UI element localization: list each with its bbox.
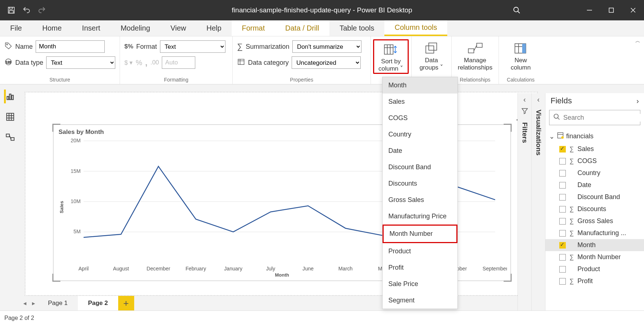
search-icon[interactable] — [506, 0, 528, 20]
sort-option-month-number[interactable]: Month Number — [383, 225, 457, 243]
sort-option-gross-sales[interactable]: Gross Sales — [383, 192, 457, 208]
tab-file[interactable]: File — [0, 20, 32, 36]
window-title: financial-sample-finished-update-query -… — [232, 6, 412, 14]
data-groups-button[interactable]: Datagroups ˅ — [416, 39, 447, 72]
sort-option-sale-price[interactable]: Sale Price — [383, 276, 457, 292]
field-date[interactable]: Date — [545, 179, 644, 191]
fields-search-input[interactable] — [563, 114, 644, 122]
tab-modeling[interactable]: Modeling — [111, 20, 160, 36]
minimize-icon[interactable] — [579, 0, 600, 20]
sort-option-discount-band[interactable]: Discount Band — [383, 159, 457, 175]
close-icon[interactable] — [622, 0, 644, 20]
report-view-button[interactable] — [4, 90, 16, 103]
group-label-rel: Relationships — [456, 77, 494, 83]
sort-option-country[interactable]: Country — [383, 126, 457, 143]
new-column-button[interactable]: Newcolumn — [503, 39, 538, 72]
checkbox-icon[interactable] — [559, 278, 566, 285]
sort-option-discounts[interactable]: Discounts — [383, 175, 457, 192]
model-view-button[interactable] — [4, 131, 16, 143]
checkbox-icon[interactable] — [559, 218, 566, 225]
checkbox-icon[interactable] — [559, 206, 566, 213]
tab-home[interactable]: Home — [32, 20, 72, 36]
page-tab-1[interactable]: Page 1 — [38, 296, 78, 310]
checkbox-icon[interactable] — [559, 170, 566, 177]
percent-button[interactable]: % — [136, 59, 142, 67]
checkbox-icon[interactable] — [559, 230, 566, 237]
page-tab-2[interactable]: Page 2 — [78, 296, 118, 310]
comma-button[interactable]: , — [145, 58, 148, 68]
sort-by-column-button[interactable]: Sort bycolumn ˅ — [373, 39, 409, 74]
checkbox-icon[interactable] — [559, 194, 566, 201]
field-country[interactable]: Country — [545, 167, 644, 179]
maximize-icon[interactable] — [600, 0, 622, 20]
checkbox-icon[interactable] — [559, 158, 566, 165]
cat-label: Data category — [248, 59, 289, 67]
sort-option-segment[interactable]: Segment — [383, 292, 457, 309]
summ-select[interactable]: Don't summarize — [292, 40, 361, 53]
manage-relationships-button[interactable]: Managerelationships — [456, 39, 494, 72]
field-manufacturing-[interactable]: ∑Manufacturing ... — [545, 227, 644, 239]
chevron-right-icon[interactable]: › — [636, 97, 639, 105]
field-discounts[interactable]: ∑Discounts — [545, 203, 644, 215]
page-prev-button[interactable]: ◂ — [20, 296, 29, 310]
decimals-button[interactable]: .00 — [151, 59, 159, 66]
field-cogs[interactable]: ∑COGS — [545, 155, 644, 167]
format-icon: $% — [124, 43, 133, 50]
svg-line-38 — [9, 135, 11, 139]
field-month[interactable]: Month — [545, 239, 644, 251]
field-product[interactable]: Product — [545, 263, 644, 275]
tab-data-drill[interactable]: Data / Drill — [275, 20, 329, 36]
sort-option-sales[interactable]: Sales — [383, 94, 457, 110]
checkbox-icon[interactable] — [559, 266, 566, 273]
sort-option-manufacturing-price[interactable]: Manufacturing Price — [383, 208, 457, 225]
checkbox-icon[interactable] — [559, 254, 566, 261]
fields-table-header[interactable]: ⌄ financials — [545, 130, 644, 143]
currency-button[interactable]: $ ▾ — [124, 59, 133, 67]
page-next-button[interactable]: ▸ — [29, 296, 38, 310]
chevron-left-icon: ‹ — [523, 95, 526, 104]
field-label: Gross Sales — [577, 217, 613, 225]
svg-text:July: July — [266, 266, 276, 272]
checkbox-icon[interactable] — [559, 242, 566, 249]
checkbox-icon[interactable] — [559, 146, 566, 152]
tab-format[interactable]: Format — [232, 20, 275, 36]
tab-column-tools[interactable]: Column tools — [384, 20, 447, 36]
save-icon[interactable] — [7, 5, 16, 15]
sigma-icon: ∑ — [569, 146, 575, 153]
tab-view[interactable]: View — [160, 20, 196, 36]
field-month-number[interactable]: ∑Month Number — [545, 251, 644, 263]
collapse-ribbon-icon[interactable]: ︿ — [635, 38, 640, 44]
cat-select[interactable]: Uncategorized — [292, 56, 361, 69]
tab-insert[interactable]: Insert — [72, 20, 111, 36]
field-gross-sales[interactable]: ∑Gross Sales — [545, 215, 644, 227]
field-discount-band[interactable]: Discount Band — [545, 191, 644, 203]
datatype-select[interactable]: Text — [46, 56, 115, 69]
table-icon — [557, 132, 564, 141]
field-sales[interactable]: ∑Sales — [545, 143, 644, 155]
filters-pane[interactable]: ‹ Filters — [517, 93, 531, 310]
sort-option-date[interactable]: Date — [383, 143, 457, 159]
sort-option-profit[interactable]: Profit — [383, 259, 457, 276]
svg-rect-27 — [522, 44, 526, 53]
format-select[interactable]: Text — [160, 40, 225, 53]
viz-pane[interactable]: ‹ Visualizations — [531, 93, 545, 310]
field-profit[interactable]: ∑Profit — [545, 275, 644, 287]
svg-line-60 — [558, 118, 560, 119]
data-view-button[interactable] — [4, 111, 16, 123]
redo-icon[interactable] — [37, 5, 47, 15]
sort-option-cogs[interactable]: COGS — [383, 110, 457, 126]
tab-help[interactable]: Help — [196, 20, 232, 36]
name-input[interactable] — [36, 40, 105, 53]
fields-search[interactable] — [549, 110, 640, 125]
tab-table-tools[interactable]: Table tools — [329, 20, 385, 36]
undo-icon[interactable] — [22, 5, 31, 15]
sigma-icon: ∑ — [569, 158, 575, 165]
report-canvas[interactable]: ⋯ Sales by Month Sales Month 5M10M15M20M… — [25, 92, 538, 296]
sort-option-month[interactable]: Month — [383, 77, 457, 94]
sort-option-product[interactable]: Product — [383, 243, 457, 259]
svg-text:January: January — [224, 266, 243, 272]
add-page-button[interactable]: + — [118, 296, 134, 310]
ribbon-group-calc: Newcolumn Calculations — [499, 36, 543, 84]
checkbox-icon[interactable] — [559, 182, 566, 189]
new-column-icon — [513, 41, 528, 55]
